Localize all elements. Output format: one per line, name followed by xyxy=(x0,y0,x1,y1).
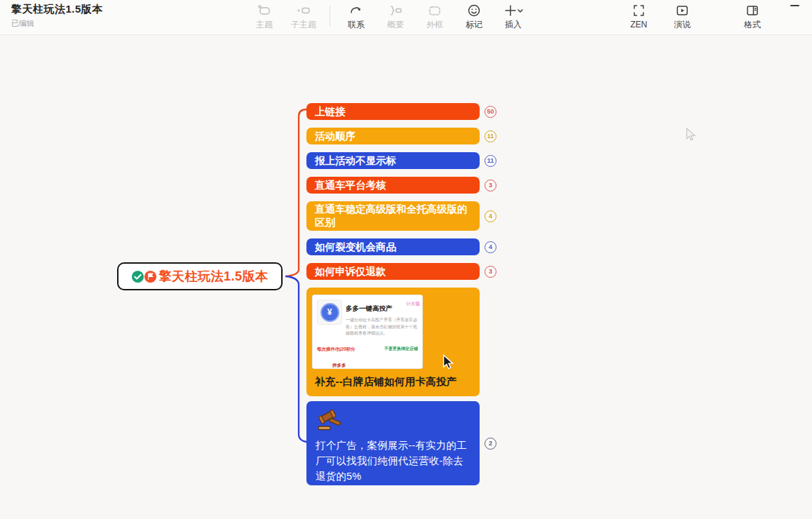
child-topic-column: 上链接50活动顺序11报上活动不显示标11直通车平台考核3直通车稳定高级版和全托… xyxy=(306,103,496,485)
topic-count-badge[interactable]: 50 xyxy=(485,106,496,118)
topic-node[interactable]: 直通车平台考核 xyxy=(306,177,480,194)
insert-icon xyxy=(503,3,523,18)
topic-row: 如何申诉仅退款3 xyxy=(306,263,496,280)
topic-node[interactable]: 活动顺序 xyxy=(306,128,480,144)
toolbar-button-label: 概要 xyxy=(387,20,404,29)
topic-label: 如何申诉仅退款 xyxy=(315,265,386,278)
topic-count-badge[interactable]: 3 xyxy=(485,266,496,278)
topic-node[interactable]: 打个广告，案例展示--有实力的工厂可以找我们纯佣代运营收-除去退货的5% xyxy=(306,401,480,485)
toolbar-button-topic: 主题 xyxy=(247,3,282,29)
topic-node[interactable]: 直通车稳定高级版和全托高级版的区别 xyxy=(306,201,480,231)
top-toolbar: 擎天柱玩法1.5版本 已编辑 主题子主题联系概要外框标记插入 ZEN演说 格式 xyxy=(0,0,812,35)
boundary-icon xyxy=(427,3,442,18)
card-brand-text: 拼多多 xyxy=(332,358,422,369)
check-icon[interactable] xyxy=(131,270,144,283)
summary-icon xyxy=(388,3,403,18)
topic-label: 活动顺序 xyxy=(315,130,356,143)
topic-row: 活动顺序11 xyxy=(306,128,496,144)
topic-row: 上链接50 xyxy=(306,103,496,120)
card-cost-text: 每次操作/扣20积分 xyxy=(317,342,356,356)
topic-node[interactable]: 计次版 ¥ 多多一键高投产 一键自动化卡高投产开车（开车老手必看）全教程，请点击… xyxy=(306,288,480,396)
mouse-cursor-icon xyxy=(441,354,455,370)
topic-label: 上链接 xyxy=(315,105,346,119)
toolbar-button-label: 格式 xyxy=(744,20,761,29)
toolbar-divider xyxy=(330,6,330,27)
toolbar-right-group: ZEN演说 xyxy=(621,3,700,29)
toolbar-button-relationship[interactable]: 联系 xyxy=(339,3,374,29)
toolbar-button-label: ZEN xyxy=(630,20,647,29)
topic-row: 如何裂变机会商品4 xyxy=(306,238,496,255)
topic-count-badge[interactable]: 4 xyxy=(485,210,496,222)
window-minimize-button[interactable] xyxy=(790,5,799,6)
branch-connector xyxy=(280,101,309,449)
document-status: 已编辑 xyxy=(11,18,103,29)
toolbar-button-label: 标记 xyxy=(466,20,482,29)
gavel-icon xyxy=(316,408,471,436)
central-topic[interactable]: 擎天柱玩法1.5版本 xyxy=(117,262,283,290)
toolbar-center-group: 主题子主题联系概要外框标记插入 xyxy=(247,3,531,29)
card-version-tag: 计次版 xyxy=(407,297,421,310)
topic-icon xyxy=(257,3,272,18)
topic-row: 报上活动不显示标11 xyxy=(306,152,496,169)
toolbar-button-label: 插入 xyxy=(505,20,522,29)
toolbar-button-label: 演说 xyxy=(674,20,691,29)
topic-count-badge[interactable]: 4 xyxy=(485,241,496,253)
topic-label: 如何裂变机会商品 xyxy=(315,241,396,254)
topic-count-badge[interactable]: 11 xyxy=(485,155,496,167)
subtopic-icon xyxy=(296,3,311,18)
topic-label: 直通车平台考核 xyxy=(315,179,386,192)
topic-node[interactable]: 上链接 xyxy=(306,103,480,120)
present-icon xyxy=(675,3,690,18)
toolbar-button-subtopic: 子主题 xyxy=(286,3,321,29)
document-title-block: 擎天柱玩法1.5版本 已编辑 xyxy=(11,3,103,29)
toolbar-button-boundary: 外框 xyxy=(417,3,452,29)
topic-count-badge[interactable]: 2 xyxy=(485,438,496,450)
toolbar-button-label: 外框 xyxy=(426,20,443,29)
topic-node[interactable]: 报上活动不显示标 xyxy=(306,152,480,169)
toolbar-button-label: 子主题 xyxy=(291,20,316,29)
topic-count-badge[interactable]: 3 xyxy=(485,180,496,191)
toolbar-button-label: 主题 xyxy=(256,20,273,29)
topic-label: 报上活动不显示标 xyxy=(315,154,396,168)
card-warning-text: 不要更换绑定店铺 xyxy=(384,342,418,356)
toolbar-button-marker[interactable]: 标记 xyxy=(456,3,492,29)
topic-label: 补充--白牌店铺如何用卡高投产 xyxy=(312,375,474,389)
topic-node[interactable]: 如何申诉仅退款 xyxy=(306,263,480,280)
toolbar-button-zen[interactable]: ZEN xyxy=(621,3,656,29)
topic-row: 计次版 ¥ 多多一键高投产 一键自动化卡高投产开车（开车老手必看）全教程，请点击… xyxy=(306,288,496,396)
topic-row: 直通车平台考核3 xyxy=(306,177,496,194)
topic-label: 直通车稳定高级版和全托高级版的区别 xyxy=(315,203,471,229)
mindmap-canvas[interactable]: 擎天柱玩法1.5版本 上链接50活动顺序11报上活动不显示标11直通车平台考核3… xyxy=(0,35,812,519)
toolbar-button-insert[interactable]: 插入 xyxy=(496,3,531,29)
relationship-icon xyxy=(349,3,364,18)
topic-row: 直通车稳定高级版和全托高级版的区别4 xyxy=(306,201,496,231)
topic-node[interactable]: 如何裂变机会商品 xyxy=(306,238,480,255)
marker-icon xyxy=(466,3,482,18)
card-description: 一键自动化卡高投产开车（开车老手必看）全教程，请点击右侧按钮第十个视频教程查看详… xyxy=(346,317,419,337)
format-icon xyxy=(745,3,760,18)
topic-count-badge[interactable]: 11 xyxy=(485,130,496,142)
toolbar-button-summary: 概要 xyxy=(378,3,413,29)
remote-cursor-icon xyxy=(684,128,697,142)
toolbar-format-group: 格式 xyxy=(735,3,770,29)
toolbar-button-format[interactable]: 格式 xyxy=(735,3,770,29)
toolbar-button-label: 联系 xyxy=(348,20,365,29)
zen-icon xyxy=(631,3,647,18)
app-icon: ¥ xyxy=(317,299,342,325)
embedded-image-card[interactable]: 计次版 ¥ 多多一键高投产 一键自动化卡高投产开车（开车老手必看）全教程，请点击… xyxy=(312,295,423,369)
toolbar-button-present[interactable]: 演说 xyxy=(665,3,700,29)
document-title: 擎天柱玩法1.5版本 xyxy=(11,3,103,16)
central-topic-label: 擎天柱玩法1.5版本 xyxy=(158,268,268,285)
topic-label: 打个广告，案例展示--有实力的工厂可以找我们纯佣代运营收-除去退货的5% xyxy=(316,438,471,484)
flag-icon[interactable] xyxy=(144,270,157,283)
topic-row: 打个广告，案例展示--有实力的工厂可以找我们纯佣代运营收-除去退货的5%2 xyxy=(306,401,496,485)
